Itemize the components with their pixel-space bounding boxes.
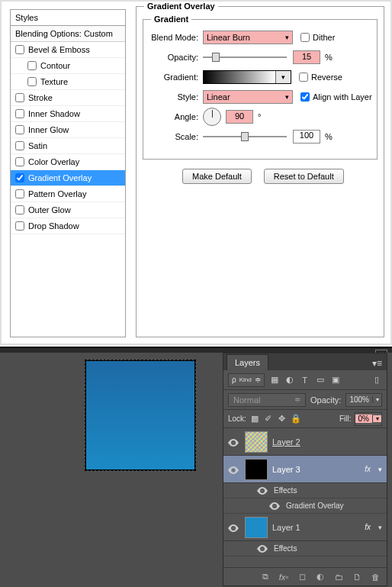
fx-badge[interactable]: fx: [365, 523, 372, 531]
filter-shape-icon[interactable]: ▭: [315, 375, 326, 385]
align-checkbox[interactable]: Align with Layer: [300, 92, 372, 102]
style-item-satin[interactable]: Satin: [11, 138, 125, 154]
lock-position-icon[interactable]: ✥: [277, 414, 288, 424]
filter-type-icon[interactable]: T: [300, 375, 310, 385]
panel-menu-icon[interactable]: ▾≡: [368, 356, 387, 370]
chevron-down-icon[interactable]: ▾: [377, 466, 384, 473]
style-item-inner-shadow[interactable]: Inner Shadow: [11, 106, 125, 122]
svg-point-0: [233, 441, 235, 443]
layer-thumbnail[interactable]: [245, 517, 268, 538]
style-checkbox[interactable]: [15, 221, 24, 231]
dither-check-input[interactable]: [300, 33, 310, 42]
gradient-swatch[interactable]: ▾: [203, 70, 291, 84]
style-item-gradient-overlay[interactable]: Gradient Overlay: [11, 170, 125, 186]
style-checkbox[interactable]: [15, 141, 24, 150]
blend-mode-select[interactable]: Linear Burn▾: [203, 31, 293, 44]
dither-checkbox[interactable]: Dither: [300, 33, 335, 42]
style-item-drop-shadow[interactable]: Drop Shadow: [11, 218, 125, 234]
style-checkbox[interactable]: [27, 61, 37, 70]
layer-fill-input[interactable]: 0%▾: [355, 412, 382, 426]
style-item-color-overlay[interactable]: Color Overlay: [11, 154, 125, 170]
reset-default-button[interactable]: Reset to Default: [264, 169, 344, 184]
layer-row[interactable]: Layer 1fx▾: [223, 514, 387, 541]
link-layers-icon[interactable]: ⧉: [260, 572, 271, 582]
lock-all-icon[interactable]: 🔒: [291, 414, 301, 424]
effects-row[interactable]: Effects: [223, 541, 387, 556]
style-item-outer-glow[interactable]: Outer Glow: [11, 202, 125, 218]
filter-pixel-icon[interactable]: ▦: [269, 375, 280, 385]
style-checkbox[interactable]: [15, 125, 24, 134]
layer-thumbnail[interactable]: [245, 431, 268, 453]
style-item-stroke[interactable]: Stroke: [11, 90, 125, 106]
style-checkbox[interactable]: [15, 205, 24, 214]
style-checkbox[interactable]: [15, 157, 24, 166]
style-item-label: Inner Glow: [28, 125, 69, 134]
layer-thumbnail[interactable]: [245, 459, 268, 480]
svg-point-2: [262, 490, 264, 492]
style-item-texture[interactable]: Texture: [11, 74, 125, 90]
layer-name-label: Layer 1: [272, 523, 360, 532]
style-checkbox[interactable]: [15, 109, 24, 118]
scale-input[interactable]: 100: [293, 130, 320, 144]
gradient-inner-group: Gradient Blend Mode: Linear Burn▾ Dither…: [143, 19, 378, 160]
style-checkbox[interactable]: [15, 189, 24, 198]
align-check-input[interactable]: [300, 92, 310, 102]
eye-icon[interactable]: [255, 486, 269, 495]
fx-icon[interactable]: fx▫: [278, 572, 289, 582]
opacity-slider[interactable]: [203, 53, 287, 62]
style-checkbox[interactable]: [27, 77, 37, 86]
style-item-label: Gradient Overlay: [28, 173, 92, 182]
eye-icon[interactable]: [227, 437, 240, 446]
style-item-label: Texture: [40, 77, 68, 86]
reverse-checkbox[interactable]: Reverse: [299, 73, 342, 82]
eye-icon[interactable]: [268, 502, 281, 510]
kind-filter[interactable]: ρ Kind ≑: [228, 373, 265, 387]
new-layer-icon[interactable]: 🗋: [352, 572, 362, 582]
eye-icon[interactable]: [227, 522, 240, 531]
delete-icon[interactable]: 🗑: [370, 572, 381, 582]
eye-icon[interactable]: [227, 464, 240, 473]
filter-toggle-icon[interactable]: ▯: [371, 375, 382, 385]
tab-layers[interactable]: Layers: [227, 354, 268, 370]
opacity-input[interactable]: 15: [293, 50, 320, 64]
chevron-down-icon: ▾: [285, 34, 289, 41]
style-item-label: Inner Shadow: [28, 109, 80, 118]
style-checkbox[interactable]: [15, 93, 24, 102]
make-default-button[interactable]: Make Default: [182, 169, 252, 184]
blending-options-row[interactable]: Blending Options: Custom: [11, 26, 125, 42]
fx-badge[interactable]: fx: [365, 465, 372, 473]
chevron-down-icon[interactable]: ▾: [377, 524, 384, 531]
style-item-label: Drop Shadow: [28, 221, 79, 231]
reverse-check-input[interactable]: [299, 73, 308, 82]
scale-unit: %: [325, 132, 333, 141]
layer-row[interactable]: Layer 2: [223, 428, 387, 456]
style-item-contour[interactable]: Contour: [11, 58, 125, 74]
layer-opacity-input[interactable]: 100%▾: [345, 393, 382, 407]
gradient-label: Gradient:: [148, 73, 203, 82]
layer-name-label: Layer 3: [272, 465, 360, 474]
angle-input[interactable]: 90: [226, 110, 253, 124]
angle-dial[interactable]: [203, 108, 221, 126]
effects-row[interactable]: Effects: [223, 483, 387, 498]
mask-icon[interactable]: ◻: [297, 572, 307, 582]
style-checkbox[interactable]: [15, 45, 24, 54]
style-select[interactable]: Linear▾: [203, 90, 293, 104]
style-item-label: Pattern Overlay: [28, 189, 86, 198]
filter-smart-icon[interactable]: ▣: [330, 375, 341, 385]
chevron-down-icon[interactable]: ▾: [275, 71, 291, 83]
style-checkbox[interactable]: [15, 173, 24, 182]
eye-icon[interactable]: [255, 544, 269, 553]
lock-transparent-icon[interactable]: ▩: [249, 414, 260, 424]
group-icon[interactable]: 🗀: [333, 572, 344, 582]
adjustment-icon[interactable]: ◐: [315, 572, 326, 582]
lock-pixels-icon[interactable]: ✐: [263, 414, 274, 424]
effect-gradient-overlay-row[interactable]: Gradient Overlay: [223, 498, 387, 514]
style-item-pattern-overlay[interactable]: Pattern Overlay: [11, 186, 125, 202]
style-item-bevel-emboss[interactable]: Bevel & Emboss: [11, 42, 125, 58]
blend-mode-layer-select[interactable]: Normal≑: [228, 393, 306, 407]
document-canvas[interactable]: [85, 360, 195, 470]
scale-slider[interactable]: [203, 132, 287, 141]
layer-row[interactable]: Layer 3fx▾: [223, 456, 387, 483]
style-item-inner-glow[interactable]: Inner Glow: [11, 122, 125, 138]
filter-adjust-icon[interactable]: ◐: [284, 375, 295, 385]
